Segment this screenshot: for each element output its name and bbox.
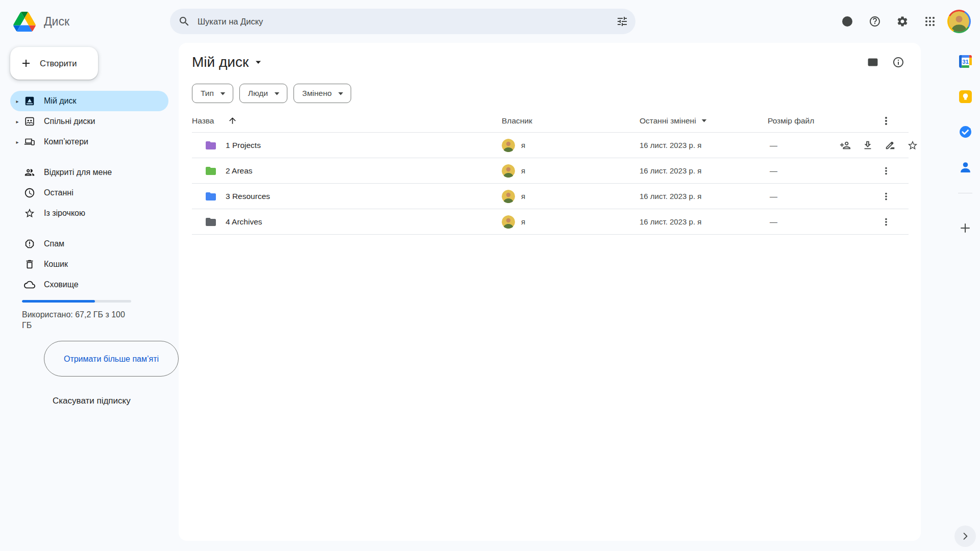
sidebar-item-spam[interactable]: Спам: [10, 234, 168, 254]
storage-usage-text: Використано: 67,2 ГБ з 100 ГБ: [22, 309, 127, 331]
owner-label: я: [521, 192, 525, 201]
rename-icon[interactable]: [880, 135, 900, 156]
folder-icon: [205, 165, 217, 177]
my-drive-icon: [24, 95, 35, 107]
chevron-down-icon: [274, 92, 280, 95]
sidebar-item-label: Із зірочкою: [44, 209, 85, 218]
side-panel-rail: 31: [950, 43, 980, 551]
sidebar-item-label: Сховище: [44, 280, 79, 289]
modified-date: 16 лист. 2023 р. я: [640, 141, 768, 149]
owner-label: я: [521, 166, 525, 175]
sidebar-item-label: Кошик: [44, 260, 68, 269]
tasks-icon[interactable]: [955, 121, 975, 142]
page-title: Мій диск: [192, 54, 249, 70]
spam-icon: [24, 238, 35, 249]
new-button[interactable]: Створити: [10, 47, 98, 80]
column-owner[interactable]: Власник: [502, 116, 532, 125]
sidebar-item-shared-drives[interactable]: ▸ Спільні диски: [10, 111, 168, 132]
sidebar-item-label: Спам: [44, 239, 64, 248]
modified-date: 16 лист. 2023 р. я: [640, 166, 768, 175]
file-name: 3 Resources: [226, 192, 270, 201]
filter-people-chip[interactable]: Люди: [239, 84, 287, 103]
table-row[interactable]: 1 Projects я 16 лист. 2023 р. я —: [192, 133, 909, 158]
file-size: —: [768, 192, 835, 201]
add-app-icon[interactable]: [955, 218, 975, 238]
storage-progress-fill: [22, 300, 95, 303]
account-avatar[interactable]: [947, 10, 971, 33]
owner-avatar: [502, 139, 515, 152]
sort-ascending-icon[interactable]: [228, 116, 237, 126]
left-sidebar: Створити ▸ Мій диск ▸: [0, 43, 179, 551]
recent-icon: [24, 187, 35, 198]
info-icon[interactable]: [888, 52, 909, 72]
chevron-down-icon: [338, 92, 344, 95]
sidebar-item-trash[interactable]: Кошик: [10, 254, 168, 274]
sidebar-item-storage[interactable]: Сховище: [10, 274, 168, 295]
storage-progress-bar: [22, 300, 131, 303]
table-row[interactable]: 3 Resources я 16 лист. 2023 р. я —: [192, 184, 909, 209]
owner-avatar: [502, 190, 515, 203]
computers-icon: [24, 136, 35, 147]
expand-caret-icon[interactable]: ▸: [14, 119, 21, 124]
sidebar-item-computers[interactable]: ▸ Комп’ютери: [10, 132, 168, 152]
search-input[interactable]: [194, 16, 612, 27]
calendar-icon[interactable]: 31: [955, 51, 975, 71]
rail-divider: [958, 193, 972, 193]
sidebar-item-shared-with-me[interactable]: Відкриті для мене: [10, 162, 168, 183]
hide-side-panel-button[interactable]: [954, 525, 976, 547]
file-name: 4 Archives: [226, 217, 262, 227]
table-more-icon[interactable]: [876, 111, 896, 131]
sidebar-item-recent[interactable]: Останні: [10, 183, 168, 203]
owner-avatar: [502, 215, 515, 229]
apps-grid-icon[interactable]: [920, 11, 940, 32]
file-size: —: [768, 166, 835, 175]
search-options-icon[interactable]: [612, 11, 632, 32]
file-name: 1 Projects: [226, 141, 261, 150]
main-content-card: Мій диск Тип: [179, 43, 921, 541]
share-add-person-icon[interactable]: [835, 135, 855, 156]
search-icon[interactable]: [174, 11, 194, 32]
star-icon[interactable]: [902, 135, 921, 156]
shared-with-me-icon: [24, 167, 35, 178]
cancel-subscription-link[interactable]: Скасувати підписку: [53, 396, 131, 406]
top-bar: Диск: [0, 0, 980, 43]
sidebar-item-starred[interactable]: Із зірочкою: [10, 203, 168, 223]
chip-label: Тип: [201, 89, 214, 98]
get-more-storage-button[interactable]: Отримати більше пам’яті: [44, 341, 179, 377]
storage-section: Використано: 67,2 ГБ з 100 ГБ Отримати б…: [0, 300, 179, 406]
download-icon[interactable]: [857, 135, 878, 156]
owner-label: я: [521, 141, 525, 149]
expand-caret-icon[interactable]: ▸: [14, 139, 21, 145]
sidebar-item-my-drive[interactable]: ▸ Мій диск: [10, 91, 168, 111]
title-dropdown-icon[interactable]: [255, 60, 261, 64]
filter-modified-chip[interactable]: Змінено: [293, 84, 351, 103]
cloud-icon: [24, 279, 35, 290]
settings-icon[interactable]: [892, 11, 913, 32]
offline-status-icon[interactable]: [837, 11, 857, 32]
file-size: —: [768, 141, 835, 149]
more-icon[interactable]: [876, 212, 896, 232]
column-size[interactable]: Розмір файл: [768, 116, 814, 125]
help-icon[interactable]: [865, 11, 885, 32]
svg-text:31: 31: [962, 59, 969, 65]
owner-label: я: [521, 217, 525, 226]
grid-view-icon[interactable]: [863, 52, 883, 72]
table-row[interactable]: 2 Areas я 16 лист. 2023 р. я —: [192, 158, 909, 184]
sidebar-item-label: Останні: [44, 188, 74, 197]
sort-descending-icon: [701, 119, 707, 122]
contacts-icon[interactable]: [955, 157, 975, 177]
more-icon[interactable]: [876, 161, 896, 181]
more-icon[interactable]: [876, 186, 896, 207]
column-modified[interactable]: Останні змінені: [640, 116, 696, 126]
filter-type-chip[interactable]: Тип: [192, 84, 233, 103]
new-button-label: Створити: [40, 59, 77, 68]
expand-caret-icon[interactable]: ▸: [14, 98, 21, 104]
table-row[interactable]: 4 Archives я 16 лист. 2023 р. я —: [192, 209, 909, 235]
search-bar[interactable]: [170, 9, 635, 34]
folder-icon: [205, 216, 217, 228]
keep-icon[interactable]: [955, 86, 975, 107]
column-name[interactable]: Назва: [192, 116, 214, 126]
sidebar-item-label: Комп’ютери: [44, 137, 88, 146]
folder-icon: [205, 139, 217, 152]
drive-logo-icon: [13, 12, 36, 32]
